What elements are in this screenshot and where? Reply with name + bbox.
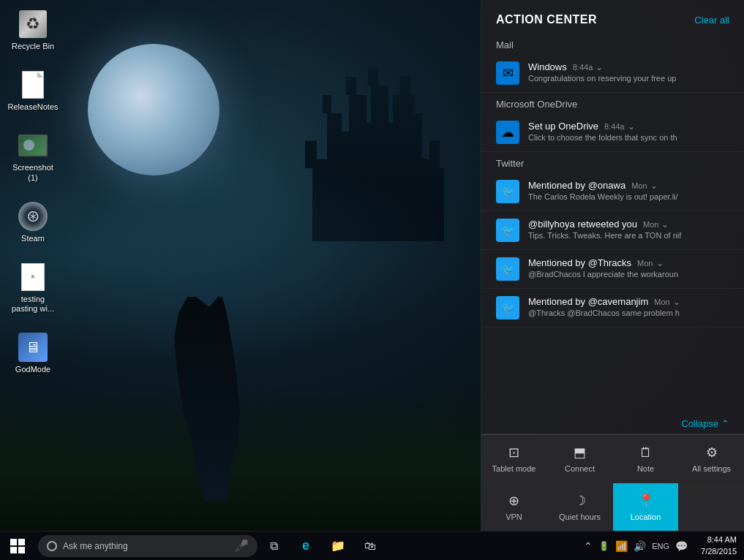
qa-all-settings[interactable]: ⚙ All settings: [679, 435, 744, 483]
vpn-icon: ⊕: [508, 493, 519, 509]
taskbar-right: ⌃ 🔋 📶 🔊 ENG 💬 8:44 AM 7/28/2015: [578, 531, 744, 561]
notif-title-twitter-3: Mentioned by @Thracks: [528, 257, 631, 268]
notifications-list: Mail ✉ Windows 8:44a ⌄ Congratulations o…: [481, 34, 744, 414]
task-view-icon: ⧉: [270, 540, 278, 553]
qa-tablet-mode-label: Tablet mode: [492, 464, 536, 473]
tray-battery-icon[interactable]: 🔋: [598, 541, 609, 551]
clock-date: 7/28/2015: [701, 546, 737, 557]
notif-body-windows: Congratulations on reserving your free u…: [528, 74, 729, 83]
tray-network-icon[interactable]: 📶: [615, 540, 628, 552]
taskbar: Ask me anything 🎤 ⧉ e 📁 🛍 ⌃ 🔋 📶 🔊 ENG 💬 …: [0, 531, 744, 560]
edge-icon: e: [302, 538, 309, 553]
taskbar-clock[interactable]: 8:44 AM 7/28/2015: [694, 531, 744, 561]
notif-body-twitter-4: @Thracks @BradChacos same problem h: [528, 309, 729, 317]
icon-godmode[interactable]: 🖥 GodMode: [4, 330, 62, 377]
tray-language-icon[interactable]: ENG: [652, 542, 669, 550]
qa-vpn[interactable]: ⊕ VPN: [481, 483, 546, 531]
clock-time: 8:44 AM: [707, 534, 737, 545]
desktop-icons: ♻ Recycle Bin ReleaseNotes Screenshot(1)…: [4, 7, 62, 377]
icon-recycle-bin[interactable]: ♻ Recycle Bin: [4, 7, 62, 53]
quiet-hours-icon: ☽: [574, 493, 586, 509]
tray-volume-icon[interactable]: 🔊: [634, 540, 646, 552]
ground-decoration: [0, 385, 483, 531]
qa-note[interactable]: 🗒 Note: [613, 435, 678, 483]
windows-logo-icon: [10, 539, 25, 553]
screenshot-label: Screenshot(1): [12, 163, 53, 182]
action-center-panel: ACTION CENTER Clear all Mail ✉ Windows 8…: [481, 0, 744, 531]
notification-twitter-1[interactable]: 🐦 Mentioned by @onawa Mon ⌄ The Carlos R…: [481, 173, 744, 211]
mail-app-icon: ✉: [496, 61, 519, 85]
notification-windows-mail[interactable]: ✉ Windows 8:44a ⌄ Congratulations on res…: [481, 54, 744, 93]
icon-testing[interactable]: ≡ testingpasting wi...: [4, 260, 62, 316]
start-button[interactable]: [0, 531, 35, 561]
location-icon: 📍: [638, 493, 654, 509]
icon-release-notes[interactable]: ReleaseNotes: [4, 68, 62, 114]
notif-time-twitter-4: Mon: [654, 298, 669, 306]
qa-all-settings-label: All settings: [692, 464, 731, 473]
tray-up-arrow-icon[interactable]: ⌃: [584, 540, 593, 552]
release-notes-label: ReleaseNotes: [7, 102, 58, 112]
notif-time-onedrive: 8:44a: [604, 122, 625, 131]
onedrive-app-icon: ☁: [496, 121, 519, 144]
qa-connect-label: Connect: [565, 464, 595, 473]
store-icon: 🛍: [364, 540, 376, 553]
recycle-bin-label: Recycle Bin: [12, 42, 54, 51]
edge-browser-button[interactable]: e: [290, 531, 322, 561]
file-explorer-button[interactable]: 📁: [322, 531, 354, 561]
icon-steam[interactable]: ⊛ Steam: [4, 200, 62, 246]
tray-message-icon[interactable]: 💬: [675, 540, 688, 552]
notification-twitter-3[interactable]: 🐦 Mentioned by @Thracks Mon ⌄ @BradChaco…: [481, 250, 744, 289]
notif-time-twitter-2: Mon: [643, 220, 658, 229]
collapse-label: Collapse: [681, 418, 718, 429]
qa-vpn-label: VPN: [506, 512, 522, 521]
notification-twitter-2[interactable]: 🐦 @billyhoya retweeted you Mon ⌄ Tips. T…: [481, 211, 744, 250]
notif-time-mail: 8:44a: [573, 63, 593, 72]
qa-quiet-hours[interactable]: ☽ Quiet hours: [547, 483, 612, 531]
twitter-icon-3: 🐦: [496, 257, 519, 281]
note-icon: 🗒: [639, 445, 653, 461]
notif-chevron-mail: ⌄: [595, 62, 603, 72]
quick-actions-grid: ⊡ Tablet mode ⬒ Connect 🗒 Note ⚙ All set…: [481, 434, 744, 531]
icon-screenshot[interactable]: Screenshot(1): [4, 129, 62, 184]
microphone-icon: 🎤: [234, 539, 249, 553]
notif-title-windows: Windows: [528, 61, 567, 72]
notif-time-twitter-3: Mon: [637, 259, 653, 268]
notif-title-twitter-4: Mentioned by @cavemanjim: [528, 296, 648, 307]
system-tray: ⌃ 🔋 📶 🔊 ENG 💬: [578, 540, 694, 552]
godmode-icon: 🖥: [18, 333, 48, 362]
action-center-title: ACTION CENTER: [496, 13, 597, 26]
notification-onedrive[interactable]: ☁ Set up OneDrive 8:44a ⌄ Click to choos…: [481, 113, 744, 152]
qa-location-label: Location: [631, 512, 661, 521]
taskbar-apps: ⧉ e 📁 🛍: [258, 531, 386, 561]
qa-quiet-hours-label: Quiet hours: [559, 512, 601, 521]
qa-connect[interactable]: ⬒ Connect: [547, 435, 612, 483]
task-view-button[interactable]: ⧉: [258, 531, 290, 561]
twitter-icon-2: 🐦: [496, 219, 519, 242]
action-center-header: ACTION CENTER Clear all: [481, 0, 744, 34]
section-label-twitter: Twitter: [481, 152, 744, 173]
qa-location[interactable]: 📍 Location: [613, 483, 678, 531]
notif-chevron-twitter-2: ⌄: [661, 219, 669, 230]
document-icon: [22, 71, 44, 99]
section-label-mail: Mail: [481, 34, 744, 54]
notification-twitter-4[interactable]: 🐦 Mentioned by @cavemanjim Mon ⌄ @Thrack…: [481, 289, 744, 328]
folder-icon: 📁: [331, 539, 345, 553]
collapse-chevron-icon: ⌃: [721, 418, 729, 429]
search-placeholder: Ask me anything: [63, 541, 128, 551]
search-icon: [47, 541, 57, 551]
steam-label: Steam: [21, 234, 45, 243]
notif-body-onedrive: Click to choose the folders that sync on…: [528, 133, 729, 142]
store-button[interactable]: 🛍: [354, 531, 386, 561]
testing-label: testingpasting wi...: [12, 295, 54, 314]
recycle-bin-icon: ♻: [19, 10, 47, 38]
clear-all-button[interactable]: Clear all: [694, 15, 729, 26]
screenshot-icon: [18, 135, 48, 156]
collapse-button[interactable]: Collapse ⌃: [481, 414, 744, 434]
notif-title-twitter-2: @billyhoya retweeted you: [528, 219, 637, 230]
section-label-onedrive: Microsoft OneDrive: [481, 93, 744, 113]
twitter-icon-1: 🐦: [496, 180, 519, 203]
qa-tablet-mode[interactable]: ⊡ Tablet mode: [481, 435, 546, 483]
notif-body-twitter-3: @BradChacos I appreciate the workaroun: [528, 270, 729, 279]
twitter-icon-4: 🐦: [496, 296, 519, 319]
taskbar-search-box[interactable]: Ask me anything 🎤: [38, 535, 258, 557]
